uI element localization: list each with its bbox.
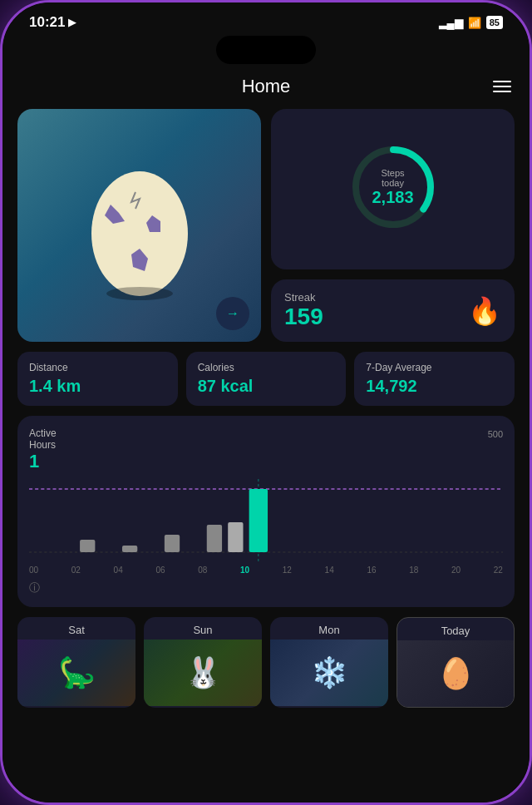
chart-current: 1 (29, 451, 57, 472)
chart-header: Active Hours 1 500 (29, 427, 503, 472)
creature-mon: ❄️ (311, 640, 348, 706)
egg-image (73, 142, 206, 309)
svg-rect-9 (80, 540, 95, 552)
streak-value: 159 (284, 304, 323, 330)
streak-info: Streak 159 (284, 291, 323, 330)
day-image-today: 🥚 (397, 640, 514, 707)
day-image-sat: 🦕 (17, 640, 135, 706)
status-bar: 10:21 ▶ ▂▄▆ 📶 85 (2, 2, 530, 36)
average-card: 7-Day Average 14,792 (354, 352, 515, 406)
signal-icon: ▂▄▆ (439, 17, 463, 29)
chart-title-line1: Active (29, 427, 57, 439)
chart-goal: 500 (488, 429, 503, 439)
svg-point-0 (91, 171, 188, 296)
status-time: 10:21 ▶ (29, 14, 76, 31)
phone-frame: 10:21 ▶ ▂▄▆ 📶 85 Home (0, 0, 532, 805)
battery-value: 85 (490, 17, 500, 27)
steps-card: Steps today 2,183 (271, 109, 515, 269)
average-value: 14,792 (366, 377, 503, 396)
calories-label: Calories (198, 362, 335, 373)
right-column: Steps today 2,183 Streak 159 🔥 (271, 109, 515, 342)
egg-arrow-button[interactable]: → (216, 297, 249, 330)
day-tab-sat[interactable]: Sat 🦕 (17, 617, 135, 708)
stats-row: Distance 1.4 km Calories 87 kcal 7-Day A… (17, 352, 515, 406)
flame-icon: 🔥 (468, 295, 501, 327)
day-tab-today[interactable]: Today 🥚 (397, 617, 515, 708)
distance-card: Distance 1.4 km (17, 352, 178, 406)
day-label-today: Today (397, 618, 514, 640)
page-title: Home (242, 76, 291, 97)
calories-card: Calories 87 kcal (186, 352, 347, 406)
chart-area (29, 479, 503, 562)
status-icons: ▂▄▆ 📶 85 (439, 16, 503, 29)
location-icon: ▶ (68, 17, 76, 28)
svg-rect-13 (228, 522, 243, 552)
distance-label: Distance (29, 362, 166, 373)
day-label-sat: Sat (17, 617, 135, 640)
header: Home (17, 67, 515, 109)
svg-rect-12 (207, 525, 222, 552)
day-tab-mon[interactable]: Mon ❄️ (270, 617, 388, 708)
creature-sat: 🦕 (58, 640, 96, 706)
steps-ring-text: Steps today 2,183 (370, 167, 416, 206)
day-label-sun: Sun (144, 617, 262, 640)
chart-title-line2: Hours (29, 439, 57, 451)
menu-button[interactable] (493, 81, 511, 92)
arrow-icon: → (226, 306, 239, 321)
main-grid: → (17, 109, 515, 342)
average-label: 7-Day Average (366, 362, 503, 373)
egg-card: → (17, 109, 261, 342)
day-label-mon: Mon (270, 617, 388, 640)
wifi-icon: 📶 (468, 17, 481, 29)
day-image-mon: ❄️ (270, 640, 388, 706)
bottom-day-tabs: Sat 🦕 Sun 🐰 Mon ❄️ (17, 617, 515, 716)
svg-rect-10 (122, 546, 137, 552)
streak-card: Streak 159 🔥 (271, 279, 515, 342)
svg-point-4 (106, 287, 173, 300)
battery-indicator: 85 (486, 16, 503, 29)
day-tab-sun[interactable]: Sun 🐰 (144, 617, 262, 708)
chart-svg (29, 479, 503, 562)
calories-value: 87 kcal (198, 377, 335, 396)
dynamic-island (216, 36, 316, 64)
creature-today: 🥚 (437, 640, 475, 707)
creature-sun: 🐰 (185, 640, 222, 706)
chart-title-block: Active Hours 1 (29, 427, 57, 472)
phone-inner: 10:21 ▶ ▂▄▆ 📶 85 Home (2, 2, 530, 803)
steps-value: 2,183 (370, 187, 416, 206)
day-image-sun: 🐰 (144, 640, 262, 706)
steps-label: Steps today (370, 167, 416, 187)
app-content: Home (2, 67, 530, 803)
chart-card: Active Hours 1 500 (17, 416, 515, 607)
info-icon[interactable]: ⓘ (29, 581, 40, 594)
distance-value: 1.4 km (29, 377, 166, 396)
steps-ring: Steps today 2,183 (347, 141, 439, 233)
streak-label: Streak (284, 291, 323, 304)
svg-rect-11 (165, 535, 180, 552)
time-display: 10:21 (29, 14, 65, 31)
chart-x-labels: 00 02 04 06 08 10 12 14 16 18 20 22 (29, 565, 503, 575)
chart-info: ⓘ (29, 580, 503, 595)
